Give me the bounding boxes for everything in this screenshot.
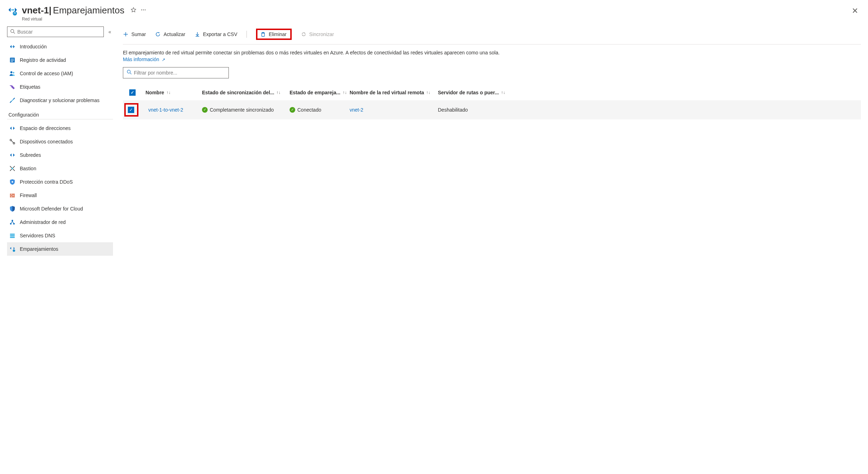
more-icon[interactable] [141, 7, 146, 14]
svg-rect-10 [11, 59, 14, 59]
network-admin-icon [9, 219, 16, 225]
ddos-icon [9, 179, 16, 185]
svg-rect-11 [11, 60, 14, 60]
sidebar-item-label: Etiquetas [20, 84, 40, 90]
tags-icon [9, 84, 16, 90]
add-button[interactable]: Sumar [123, 31, 146, 37]
sidebar-item-address-space[interactable]: Espacio de direcciones [7, 122, 113, 135]
sort-icon: ↑↓ [426, 90, 430, 95]
column-header-sync[interactable]: Estado de sincronización del... ↑↓ [200, 87, 287, 98]
column-header-label: Servidor de rutas o puer... [438, 90, 499, 95]
sidebar-item-overview[interactable]: Introducción [7, 40, 113, 53]
sync-icon [301, 31, 307, 37]
search-icon [10, 29, 15, 35]
subnets-icon [9, 152, 16, 158]
row-checkbox[interactable]: ✓ [128, 107, 134, 113]
sidebar-item-network-admin[interactable]: Administrador de red [7, 215, 113, 229]
filter-box[interactable] [123, 67, 229, 78]
svg-line-7 [13, 32, 15, 34]
sidebar-item-label: Subredes [20, 152, 41, 158]
sidebar-item-dns[interactable]: Servidores DNS [7, 229, 113, 242]
firewall-icon [9, 192, 16, 199]
sidebar-item-label: Registro de actividad [20, 57, 66, 63]
sidebar-item-label: Microsoft Defender for Cloud [20, 206, 83, 212]
svg-point-29 [12, 220, 13, 221]
description: El emparejamiento de red virtual permite… [123, 45, 861, 67]
peering-name-link[interactable]: vnet-1-to-vnet-2 [148, 107, 183, 113]
activity-log-icon [9, 57, 16, 63]
column-header-route[interactable]: Servidor de rutas o puer... ↑↓ [436, 87, 510, 98]
svg-point-21 [12, 168, 13, 170]
page-title-separator: | [49, 5, 52, 16]
sidebar-item-iam[interactable]: Control de acceso (IAM) [7, 67, 113, 80]
svg-line-18 [11, 141, 13, 143]
refresh-button-label: Actualizar [164, 31, 185, 37]
address-space-icon [9, 125, 16, 131]
select-all-checkbox[interactable]: ✓ [123, 87, 143, 99]
sidebar-search[interactable] [7, 26, 104, 37]
sidebar-item-bastion[interactable]: Bastion [7, 162, 113, 175]
column-header-peer[interactable]: Estado de empareja... ↑↓ [287, 87, 347, 98]
sidebar-search-input[interactable] [15, 29, 101, 35]
svg-rect-23 [10, 194, 15, 197]
favorite-icon[interactable] [131, 7, 136, 14]
export-button[interactable]: Exportar a CSV [195, 31, 237, 37]
sidebar-item-subnets[interactable]: Subredes [7, 148, 113, 162]
svg-point-1 [13, 9, 14, 11]
delete-button[interactable]: Eliminar [260, 31, 287, 37]
sidebar-item-label: Introducción [20, 44, 47, 49]
toolbar-separator [246, 31, 247, 38]
connected-devices-icon [9, 138, 16, 145]
download-icon [195, 31, 200, 37]
sidebar-item-label: Espacio de direcciones [20, 125, 71, 131]
svg-rect-35 [10, 235, 15, 236]
sidebar-item-firewall[interactable]: Firewall [7, 189, 113, 202]
column-header-remote[interactable]: Nombre de la red virtual remota ↑↓ [347, 87, 436, 98]
close-button[interactable]: ✕ [849, 5, 861, 17]
bastion-icon [9, 165, 16, 172]
highlight-row-checkbox: ✓ [124, 103, 138, 117]
delete-button-label: Eliminar [269, 31, 287, 37]
divider [7, 119, 113, 119]
remote-vnet-link[interactable]: vnet-2 [350, 107, 363, 113]
svg-point-2 [13, 11, 17, 16]
sidebar-item-label: Emparejamientos [20, 246, 58, 252]
sidebar-item-diagnose[interactable]: Diagnosticar y solucionar problemas [7, 94, 113, 107]
svg-rect-42 [262, 33, 264, 36]
peerings-icon [9, 246, 16, 252]
table-row[interactable]: ✓ vnet-1-to-vnet-2 ✓ Completamente sincr… [123, 100, 861, 119]
peerings-table: ✓ Nombre ↑↓ Estado de sincronización del… [123, 85, 861, 119]
sidebar-item-label: Firewall [20, 192, 37, 198]
filter-input[interactable] [132, 70, 225, 76]
toolbar: Sumar Actualizar Exportar a CSV [123, 26, 861, 45]
svg-point-4 [143, 10, 144, 11]
column-header-name[interactable]: Nombre ↑↓ [143, 87, 200, 98]
external-link-icon: ↗ [161, 57, 165, 62]
refresh-button[interactable]: Actualizar [155, 31, 185, 37]
column-header-label: Estado de empareja... [290, 90, 340, 95]
svg-line-33 [12, 221, 14, 223]
svg-point-3 [141, 10, 142, 11]
vnet-icon [7, 5, 18, 16]
sidebar-collapse-button[interactable]: « [107, 29, 113, 35]
trash-icon [260, 31, 266, 37]
overview-icon [9, 43, 16, 50]
dns-icon [9, 232, 16, 239]
sidebar-item-peerings[interactable]: Emparejamientos [7, 242, 113, 256]
sidebar-item-activity-log[interactable]: Registro de actividad [7, 53, 113, 67]
sidebar-item-label: Administrador de red [20, 219, 66, 225]
svg-line-32 [11, 221, 12, 223]
sync-button: Sincronizar [301, 31, 334, 37]
page-title-sub: Emparejamientos [53, 5, 124, 16]
learn-more-link[interactable]: Más información ↗ [123, 57, 165, 62]
svg-point-22 [12, 181, 13, 183]
sidebar-item-connected-devices[interactable]: Dispositivos conectados [7, 135, 113, 148]
sidebar-item-label: Servidores DNS [20, 233, 55, 238]
page-title-main: vnet-1 [22, 5, 49, 16]
column-header-label: Nombre [145, 90, 164, 95]
route-server: Deshabilitado [438, 107, 468, 113]
sidebar-item-defender[interactable]: Microsoft Defender for Cloud [7, 202, 113, 215]
sidebar-item-tags[interactable]: Etiquetas [7, 80, 113, 94]
sidebar-item-ddos[interactable]: Protección contra DDoS [7, 175, 113, 189]
column-header-label: Nombre de la red virtual remota [350, 90, 424, 95]
